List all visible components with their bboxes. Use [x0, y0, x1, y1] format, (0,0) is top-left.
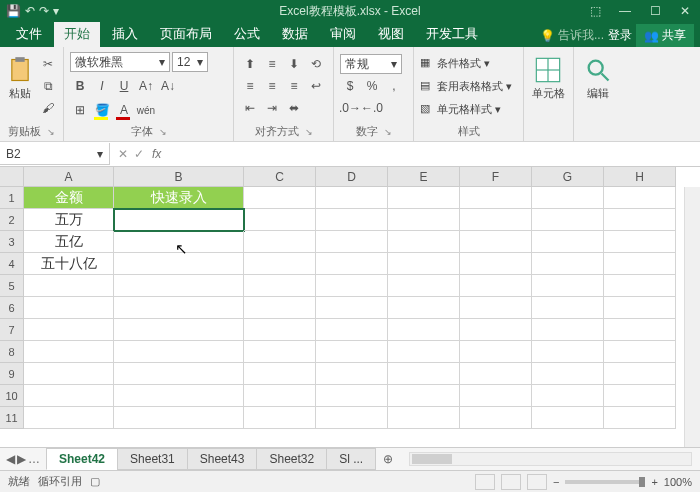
cell[interactable]	[532, 385, 604, 407]
format-as-table-button[interactable]: ▤套用表格格式▾	[420, 76, 517, 96]
align-middle-icon[interactable]: ≡	[262, 54, 282, 74]
column-header[interactable]: C	[244, 167, 316, 187]
dialog-launcher-icon[interactable]: ↘	[384, 127, 392, 137]
copy-icon[interactable]: ⧉	[38, 76, 58, 96]
cell[interactable]	[316, 187, 388, 209]
cell[interactable]	[460, 341, 532, 363]
align-right-icon[interactable]: ≡	[284, 76, 304, 96]
editing-button[interactable]: 编辑	[580, 50, 616, 106]
save-icon[interactable]: 💾	[6, 4, 21, 18]
cell[interactable]	[244, 319, 316, 341]
cell[interactable]	[532, 187, 604, 209]
row-header[interactable]: 4	[0, 253, 24, 275]
cell[interactable]	[24, 363, 114, 385]
cell[interactable]	[244, 363, 316, 385]
zoom-level[interactable]: 100%	[664, 476, 692, 488]
cancel-formula-icon[interactable]: ✕	[118, 147, 128, 161]
tab-insert[interactable]: 插入	[102, 21, 148, 47]
cell[interactable]	[532, 231, 604, 253]
cell[interactable]	[532, 363, 604, 385]
cell[interactable]	[604, 297, 676, 319]
cell[interactable]	[316, 297, 388, 319]
undo-icon[interactable]: ↶	[25, 4, 35, 18]
cell[interactable]	[316, 363, 388, 385]
column-header[interactable]: G	[532, 167, 604, 187]
cell[interactable]	[316, 319, 388, 341]
cell[interactable]	[316, 407, 388, 429]
column-header[interactable]: B	[114, 167, 244, 187]
align-top-icon[interactable]: ⬆	[240, 54, 260, 74]
cell[interactable]	[460, 319, 532, 341]
dialog-launcher-icon[interactable]: ↘	[305, 127, 313, 137]
column-header[interactable]: F	[460, 167, 532, 187]
increase-decimal-icon[interactable]: .0→	[340, 98, 360, 118]
cell[interactable]: 五亿	[24, 231, 114, 253]
cell[interactable]	[532, 297, 604, 319]
fill-color-button[interactable]: 🪣	[92, 100, 112, 120]
row-header[interactable]: 2	[0, 209, 24, 231]
cell[interactable]	[114, 275, 244, 297]
increase-indent-icon[interactable]: ⇥	[262, 98, 282, 118]
column-header[interactable]: H	[604, 167, 676, 187]
cell[interactable]	[244, 297, 316, 319]
zoom-out-icon[interactable]: −	[553, 476, 559, 488]
tab-formula[interactable]: 公式	[224, 21, 270, 47]
phonetic-button[interactable]: wén	[136, 100, 156, 120]
italic-button[interactable]: I	[92, 76, 112, 96]
zoom-in-icon[interactable]: +	[651, 476, 657, 488]
cell[interactable]	[114, 209, 244, 231]
decrease-font-icon[interactable]: A↓	[158, 76, 178, 96]
cell[interactable]	[316, 209, 388, 231]
align-center-icon[interactable]: ≡	[262, 76, 282, 96]
cell[interactable]	[604, 407, 676, 429]
cell[interactable]	[388, 341, 460, 363]
cell[interactable]	[388, 209, 460, 231]
cell[interactable]	[24, 275, 114, 297]
view-page-layout-icon[interactable]	[501, 474, 521, 490]
cell[interactable]	[244, 209, 316, 231]
cell[interactable]	[460, 253, 532, 275]
worksheet-grid[interactable]: ABCDEFGH 1234567891011 金额快速录入五万五亿五十八亿 ↖	[0, 167, 700, 447]
comma-icon[interactable]: ,	[384, 76, 404, 96]
row-header[interactable]: 9	[0, 363, 24, 385]
cell[interactable]	[114, 385, 244, 407]
cell[interactable]	[532, 341, 604, 363]
cell[interactable]: 快速录入	[114, 187, 244, 209]
cell[interactable]	[604, 209, 676, 231]
conditional-format-button[interactable]: ▦条件格式▾	[420, 53, 517, 73]
formula-input[interactable]	[167, 143, 700, 165]
wrap-text-icon[interactable]: ↩	[306, 76, 326, 96]
cell[interactable]	[460, 385, 532, 407]
bold-button[interactable]: B	[70, 76, 90, 96]
column-header[interactable]: A	[24, 167, 114, 187]
cell[interactable]	[316, 231, 388, 253]
row-header[interactable]: 1	[0, 187, 24, 209]
row-header[interactable]: 11	[0, 407, 24, 429]
close-icon[interactable]: ✕	[670, 0, 700, 22]
sheet-tab[interactable]: Sheet32	[256, 448, 327, 470]
cell[interactable]: 五十八亿	[24, 253, 114, 275]
login-link[interactable]: 登录	[608, 27, 632, 44]
align-left-icon[interactable]: ≡	[240, 76, 260, 96]
qat-dropdown-icon[interactable]: ▾	[53, 4, 59, 18]
sheet-tab[interactable]: Sheet43	[187, 448, 258, 470]
cell[interactable]	[460, 275, 532, 297]
tab-review[interactable]: 审阅	[320, 21, 366, 47]
cell[interactable]	[388, 275, 460, 297]
cell[interactable]	[388, 385, 460, 407]
cell[interactable]	[604, 275, 676, 297]
cell[interactable]	[24, 407, 114, 429]
cell[interactable]	[604, 363, 676, 385]
font-name-combo[interactable]: 微软雅黑▾	[70, 52, 170, 72]
cells-button[interactable]: 单元格	[530, 50, 566, 106]
cell[interactable]	[114, 297, 244, 319]
cell[interactable]	[388, 231, 460, 253]
cell[interactable]	[460, 297, 532, 319]
cell[interactable]	[604, 319, 676, 341]
cell[interactable]	[460, 231, 532, 253]
cell[interactable]	[244, 341, 316, 363]
cell[interactable]	[604, 231, 676, 253]
vertical-scrollbar[interactable]	[684, 187, 700, 447]
cell[interactable]	[604, 385, 676, 407]
cell[interactable]	[604, 187, 676, 209]
